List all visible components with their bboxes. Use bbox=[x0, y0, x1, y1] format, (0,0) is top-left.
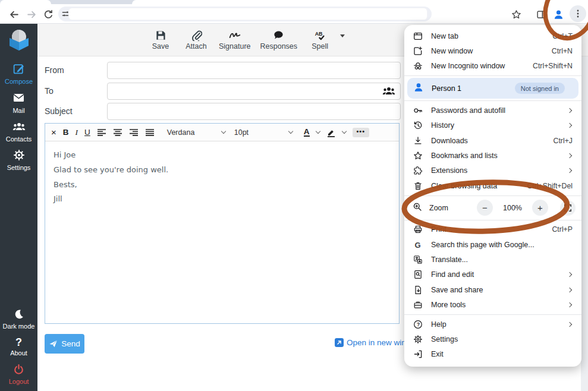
menu-item-print[interactable]: Print... Ctrl+P bbox=[404, 222, 581, 237]
attach-button[interactable]: Attach bbox=[183, 30, 209, 51]
spell-dropdown-caret[interactable] bbox=[340, 34, 345, 37]
address-bar[interactable] bbox=[58, 7, 432, 21]
zoom-value: 100% bbox=[500, 204, 525, 212]
sidebar-item-label: Compose bbox=[5, 78, 33, 85]
menu-item-bookmarks-and-lists[interactable]: Bookmarks and lists bbox=[404, 148, 581, 163]
responses-button[interactable]: Responses bbox=[260, 30, 298, 51]
menu-item-more-tools[interactable]: More tools bbox=[404, 297, 581, 312]
add-contact-icon[interactable] bbox=[382, 85, 395, 99]
sidebar-item-label: Settings bbox=[7, 164, 31, 171]
to-input[interactable] bbox=[107, 83, 401, 100]
sidebar-item-label: Mail bbox=[12, 107, 24, 114]
zoom-label: Zoom bbox=[429, 204, 470, 212]
puzzle-icon bbox=[413, 166, 423, 175]
star-icon bbox=[413, 151, 423, 160]
side-panel-icon[interactable] bbox=[534, 8, 548, 21]
text-color-button[interactable]: A bbox=[304, 128, 310, 137]
menu-separator bbox=[404, 314, 581, 315]
sidebar-item-mail[interactable]: Mail bbox=[0, 92, 37, 114]
menu-item-help[interactable]: ? Help bbox=[404, 317, 581, 332]
to-label: To bbox=[45, 83, 54, 100]
message-body[interactable]: Hi Joe Glad to see you're doing well. Be… bbox=[45, 141, 399, 213]
translate-icon bbox=[413, 255, 423, 264]
menu-separator bbox=[404, 196, 581, 196]
from-input[interactable] bbox=[107, 62, 401, 79]
send-button[interactable]: Send bbox=[45, 334, 84, 354]
menu-item-new-tab[interactable]: New tab Ctrl+T bbox=[404, 29, 581, 43]
menu-item-history[interactable]: History bbox=[404, 118, 581, 133]
sidebar-item-dark-mode[interactable]: Dark mode bbox=[0, 308, 37, 330]
menu-item-clear-browsing-data[interactable]: Clear browsing data Ctrl+Shift+Del bbox=[404, 178, 581, 193]
sidebar-item-contacts[interactable]: Contacts bbox=[0, 121, 37, 143]
font-family-select[interactable]: Verdana bbox=[166, 128, 227, 137]
save-page-icon bbox=[413, 285, 423, 295]
body-line: Hi Joe bbox=[54, 148, 391, 163]
italic-button[interactable]: I bbox=[76, 128, 78, 137]
sidebar-item-compose[interactable]: Compose bbox=[0, 62, 37, 85]
bookmark-star-icon[interactable] bbox=[510, 8, 523, 21]
subject-input[interactable] bbox=[107, 103, 401, 120]
menu-item-translate[interactable]: Translate... bbox=[404, 252, 581, 267]
save-button[interactable]: Save bbox=[147, 30, 174, 51]
url-input[interactable] bbox=[68, 8, 427, 20]
menu-item-downloads[interactable]: Downloads Ctrl+J bbox=[404, 133, 581, 148]
sidebar-item-logout[interactable]: Logout bbox=[0, 364, 37, 385]
browser-tab-active[interactable] bbox=[132, 0, 588, 4]
menu-separator bbox=[404, 75, 581, 76]
app-sidebar: Compose Mail Contacts Settings Dark mode… bbox=[0, 24, 37, 391]
menu-item-settings[interactable]: Settings bbox=[404, 332, 581, 346]
align-left-icon[interactable] bbox=[97, 128, 106, 137]
align-right-icon[interactable] bbox=[129, 128, 139, 137]
menu-item-search-with-google[interactable]: G Search this page with Google... bbox=[404, 237, 581, 252]
bold-button[interactable]: B bbox=[63, 128, 69, 137]
menu-dots-button[interactable] bbox=[570, 5, 586, 22]
body-line: Bests, bbox=[54, 178, 391, 193]
highlight-pen-button[interactable] bbox=[326, 128, 336, 137]
chevron-right-icon bbox=[567, 302, 572, 307]
svg-text:G: G bbox=[415, 240, 421, 249]
sidebar-item-label: Dark mode bbox=[3, 323, 35, 330]
align-center-icon[interactable] bbox=[113, 128, 122, 137]
sidebar-item-settings[interactable]: Settings bbox=[0, 149, 37, 171]
menu-item-zoom: Zoom − 100% + bbox=[404, 198, 581, 218]
page-scrollbar-gutter[interactable] bbox=[581, 24, 588, 391]
chevron-right-icon bbox=[567, 153, 572, 158]
profile-avatar-icon[interactable] bbox=[552, 8, 565, 21]
refresh-icon[interactable] bbox=[42, 8, 55, 21]
close-editor-button[interactable]: × bbox=[51, 127, 56, 137]
find-icon bbox=[413, 270, 423, 279]
menu-item-profile[interactable]: Person 1 Not signed in bbox=[407, 78, 578, 99]
zoom-in-button[interactable]: + bbox=[532, 200, 548, 216]
key-icon bbox=[413, 106, 423, 115]
signature-button[interactable]: Signature bbox=[219, 30, 251, 51]
fullscreen-icon[interactable] bbox=[560, 200, 576, 216]
browser-tab[interactable] bbox=[0, 0, 51, 4]
toolbox-icon bbox=[413, 300, 423, 310]
chevron-down-icon[interactable] bbox=[341, 129, 346, 134]
menu-item-find-and-edit[interactable]: Find and edit bbox=[404, 267, 581, 282]
signed-in-status-badge: Not signed in bbox=[515, 83, 565, 94]
more-formatting-button[interactable]: ••• bbox=[353, 128, 370, 137]
menu-item-passwords-and-autofill[interactable]: Passwords and autofill bbox=[404, 103, 581, 118]
subject-label: Subject bbox=[45, 103, 73, 120]
underline-button[interactable]: U bbox=[84, 128, 90, 137]
menu-item-new-incognito-window[interactable]: New Incognito window Ctrl+Shift+N bbox=[404, 59, 581, 74]
browser-toolbar bbox=[0, 4, 588, 24]
font-size-select[interactable]: 10pt bbox=[233, 128, 294, 137]
back-icon[interactable] bbox=[7, 8, 20, 21]
chevron-right-icon bbox=[567, 168, 572, 173]
sidebar-item-about[interactable]: ? About bbox=[0, 337, 37, 357]
menu-item-extensions[interactable]: Extensions bbox=[404, 163, 581, 178]
menu-item-save-and-share[interactable]: Save and share bbox=[404, 282, 581, 297]
menu-item-exit[interactable]: Exit bbox=[404, 347, 581, 362]
power-icon bbox=[13, 364, 24, 376]
zoom-out-button[interactable]: − bbox=[477, 200, 493, 216]
spell-button[interactable]: AB Spell bbox=[307, 30, 333, 51]
chevron-down-icon[interactable] bbox=[315, 129, 320, 134]
justify-icon[interactable] bbox=[145, 128, 155, 137]
menu-item-new-window[interactable]: New window Ctrl+N bbox=[404, 43, 581, 58]
chevron-right-icon bbox=[567, 272, 572, 277]
person-icon bbox=[413, 82, 424, 95]
sidebar-item-label: Logout bbox=[9, 378, 29, 385]
forward-icon[interactable] bbox=[25, 8, 38, 21]
